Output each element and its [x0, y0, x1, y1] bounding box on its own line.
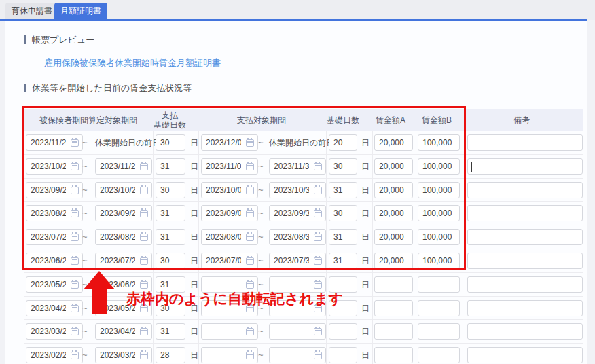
period2-start-date-field[interactable]	[201, 205, 258, 221]
period1-start-date-field[interactable]	[26, 229, 83, 245]
period1-start-date-field[interactable]	[26, 276, 83, 293]
remarks-input[interactable]	[468, 230, 582, 244]
wage-b-input[interactable]	[418, 277, 459, 292]
period2-start-date-field[interactable]	[201, 347, 258, 363]
period2-end-date-field[interactable]	[269, 276, 326, 293]
remarks-input[interactable]	[468, 277, 582, 292]
remarks-input[interactable]	[468, 206, 582, 221]
wage-a-input[interactable]	[375, 348, 412, 363]
wage-a-field[interactable]	[374, 134, 413, 151]
payment-basis-days-input[interactable]	[156, 277, 185, 292]
wage-a-input[interactable]	[375, 230, 412, 244]
calendar-icon[interactable]	[246, 163, 254, 170]
period1-end-date-field[interactable]	[95, 347, 152, 363]
calendar-icon[interactable]	[246, 281, 254, 289]
calendar-icon[interactable]	[71, 163, 79, 170]
calendar-icon[interactable]	[71, 328, 79, 335]
basis-days-field[interactable]	[329, 229, 357, 245]
wage-b-field[interactable]	[418, 276, 460, 293]
calendar-icon[interactable]	[71, 281, 79, 289]
calendar-icon[interactable]	[140, 352, 148, 359]
period2-start-date-field[interactable]	[201, 253, 258, 269]
calendar-icon[interactable]	[314, 281, 322, 289]
basis-days-field[interactable]	[329, 347, 357, 363]
wage-a-input[interactable]	[375, 277, 412, 292]
wage-b-input[interactable]	[418, 301, 459, 316]
payment-basis-days-input[interactable]	[156, 159, 185, 174]
basis-days-field[interactable]	[329, 300, 357, 316]
wage-a-field[interactable]	[374, 205, 413, 221]
wage-a-input[interactable]	[375, 324, 412, 339]
calendar-icon[interactable]	[314, 257, 322, 265]
basis-days-input[interactable]	[329, 277, 357, 292]
period2-start-date-field[interactable]	[201, 182, 258, 198]
period2-end-date-field[interactable]	[269, 253, 326, 269]
payment-basis-days-input[interactable]	[156, 206, 185, 221]
basis-days-input[interactable]	[329, 206, 357, 221]
wage-a-field[interactable]	[374, 253, 413, 269]
basis-days-input[interactable]	[329, 183, 357, 198]
wage-b-input[interactable]	[418, 324, 459, 339]
document-preview-link[interactable]: 雇用保険被保険者休業開始時賃金月額証明書	[44, 57, 221, 69]
remarks-field[interactable]	[467, 134, 583, 151]
remarks-field[interactable]	[467, 276, 583, 293]
period1-end-date-field[interactable]	[95, 229, 152, 245]
remarks-field[interactable]	[467, 158, 583, 175]
basis-days-input[interactable]	[329, 135, 357, 150]
wage-a-field[interactable]	[374, 276, 413, 293]
basis-days-input[interactable]	[329, 301, 357, 316]
payment-basis-days-input[interactable]	[156, 230, 185, 244]
calendar-icon[interactable]	[246, 305, 254, 312]
wage-b-field[interactable]	[418, 182, 460, 198]
payment-basis-days-field[interactable]	[156, 276, 185, 293]
wage-a-field[interactable]	[374, 158, 413, 175]
remarks-field[interactable]	[467, 300, 583, 316]
wage-b-field[interactable]	[418, 158, 460, 175]
wage-b-field[interactable]	[418, 347, 460, 363]
basis-days-field[interactable]	[329, 276, 357, 293]
period2-end-date-field[interactable]	[269, 300, 326, 316]
calendar-icon[interactable]	[140, 234, 148, 241]
period2-end-date-field[interactable]	[269, 323, 326, 340]
period2-end-date-field[interactable]	[269, 182, 326, 198]
payment-basis-days-input[interactable]	[156, 324, 185, 339]
remarks-input[interactable]	[468, 324, 582, 339]
period1-end-date-field[interactable]	[95, 300, 152, 316]
wage-b-input[interactable]	[418, 230, 459, 244]
remarks-field[interactable]	[467, 205, 583, 221]
wage-a-field[interactable]	[374, 300, 413, 316]
payment-basis-days-field[interactable]	[156, 134, 185, 151]
calendar-icon[interactable]	[71, 234, 79, 241]
period1-end-date-field[interactable]	[95, 253, 152, 269]
calendar-icon[interactable]	[246, 210, 254, 217]
calendar-icon[interactable]	[314, 234, 322, 241]
basis-days-field[interactable]	[329, 158, 357, 175]
basis-days-field[interactable]	[329, 253, 357, 269]
wage-b-input[interactable]	[418, 253, 459, 268]
calendar-icon[interactable]	[71, 210, 79, 217]
period2-start-date-field[interactable]	[201, 300, 258, 316]
payment-basis-days-input[interactable]	[156, 183, 185, 198]
period2-start-date-field[interactable]	[201, 276, 258, 293]
wage-a-input[interactable]	[375, 183, 412, 198]
period1-end-date-field[interactable]	[95, 158, 152, 175]
period1-start-date-field[interactable]	[26, 182, 83, 198]
wage-a-field[interactable]	[374, 323, 413, 340]
calendar-icon[interactable]	[140, 187, 148, 194]
basis-days-input[interactable]	[329, 324, 357, 339]
basis-days-input[interactable]	[329, 253, 357, 268]
calendar-icon[interactable]	[140, 210, 148, 217]
calendar-icon[interactable]	[71, 305, 79, 312]
calendar-icon[interactable]	[246, 352, 254, 359]
calendar-icon[interactable]	[140, 328, 148, 335]
calendar-icon[interactable]	[314, 352, 322, 359]
remarks-field[interactable]	[467, 182, 583, 198]
period2-end-date-field[interactable]	[269, 158, 326, 175]
payment-basis-days-input[interactable]	[156, 348, 185, 363]
period1-start-date-field[interactable]	[26, 300, 83, 316]
wage-b-field[interactable]	[418, 134, 460, 151]
wage-a-input[interactable]	[375, 206, 412, 221]
payment-basis-days-field[interactable]	[156, 205, 185, 221]
wage-b-input[interactable]	[418, 348, 459, 363]
period2-start-date-field[interactable]	[201, 158, 258, 175]
